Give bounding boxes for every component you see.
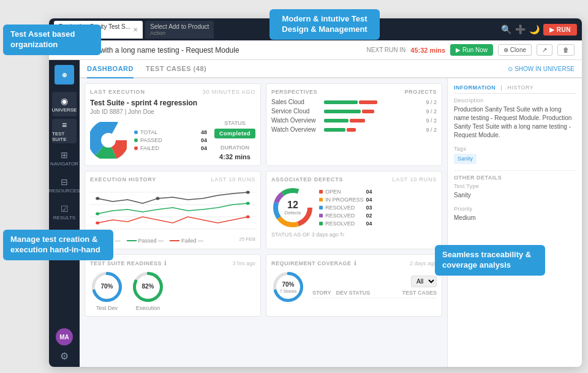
persp-row-1: Service Cloud 9 / 2: [271, 108, 437, 115]
sidebar-item-navigator[interactable]: ⊞ NAVIGATOR: [52, 146, 77, 170]
clone-button[interactable]: ⊕ Clone: [498, 44, 532, 56]
sidebar-gear-icon[interactable]: ⚙: [60, 350, 69, 362]
sidebar-item-universe[interactable]: ◉ UNIVERSE: [52, 92, 77, 116]
run-button[interactable]: ▶ RUN: [543, 24, 577, 36]
moon-icon[interactable]: 🌙: [529, 24, 540, 34]
svg-point-8: [96, 197, 99, 200]
sidebar-item-results[interactable]: ☑ RESULTS: [52, 200, 77, 224]
top-row: LAST EXECUTION 30 minutes ago Test Suite…: [85, 83, 442, 166]
readiness-card: TEST SUITE READINESS ℹ 3 hrs ago: [85, 254, 261, 317]
persp-name-1: Service Cloud: [271, 108, 320, 115]
add-icon[interactable]: ➕: [515, 24, 526, 34]
coverage-time: 2 days ago: [410, 260, 437, 266]
sidebar-item-resources[interactable]: ⊟ RESOURCES: [52, 173, 77, 197]
description-field: Description Production Sanity Test Suite…: [454, 97, 576, 140]
defect-name-0: OPEN: [325, 189, 364, 195]
readiness-title-group: TEST SUITE READINESS ℹ: [90, 260, 167, 266]
svg-point-14: [246, 216, 250, 219]
delete-button[interactable]: 🗑: [557, 44, 575, 56]
persp-count-1: 9 / 2: [421, 108, 437, 115]
app-container: Production Sanity Test S... Test Suite ✕…: [49, 18, 582, 367]
priority-value: Medium: [454, 214, 576, 222]
sidebar-label-navigator: NAVIGATOR: [50, 161, 78, 167]
defect-val-3: 02: [366, 213, 372, 219]
tab-testcases[interactable]: TEST CASES (48): [146, 60, 206, 78]
readiness-circle-1: 82%: [131, 270, 165, 304]
search-icon[interactable]: 🔍: [501, 24, 511, 34]
defect-val-0: 04: [366, 189, 372, 195]
persp-count-3: 9 / 2: [421, 127, 437, 133]
persp-row-3: Watch Overview 9 / 2: [271, 126, 437, 133]
logo-icon: ⊕: [62, 72, 67, 78]
share-button[interactable]: ↗: [537, 44, 552, 56]
stat-failed: FAILED 04: [134, 145, 207, 151]
refresh-icon[interactable]: ↻: [340, 232, 345, 238]
total-label: TOTAL: [140, 129, 192, 135]
results-icon: ☑: [61, 204, 69, 214]
coverage-table-area: All STORY DEV STATUS TEST CASES: [312, 276, 437, 298]
status-badge: Completed: [214, 129, 255, 138]
persp-bars-3: [324, 128, 418, 132]
exec-subtitle: Job ID 8887 | John Doe: [90, 108, 255, 115]
defects-runs: Last 10 runs: [393, 176, 437, 183]
last-execution-label: LAST EXECUTION: [90, 89, 145, 95]
other-details-header: OTHER DETAILS: [454, 170, 576, 181]
exec-stats: TOTAL 48 PASSED 04: [134, 129, 207, 151]
col-devstatus: DEV STATUS: [336, 290, 398, 296]
description-value: Production Sanity Test Suite with a long…: [454, 105, 576, 140]
tag-sanity: Sanity: [454, 154, 477, 164]
tab-production-sanity[interactable]: Production Sanity Test S... Test Suite ✕: [54, 21, 143, 39]
status-as-of-label: STATUS AS OF: [271, 232, 310, 238]
readiness-label-1: Execution: [136, 305, 160, 311]
coverage-info-icon[interactable]: ℹ: [354, 260, 356, 266]
defects-label: ASSOCIATED DEFECTS: [271, 176, 343, 183]
defect-name-1: IN PROGRESS: [325, 197, 364, 203]
readiness-stat-0: 70% Test Dev: [90, 270, 124, 311]
exec-status: STATUS Completed DURATION 4:32 mins: [214, 120, 255, 160]
persp-name-0: Sales Cloud: [271, 99, 320, 105]
coverage-title-group: REQUIREMENT COVERAGE ℹ: [271, 260, 356, 266]
main-layout: ⊕ ◉ UNIVERSE ≡ TEST SUITE ⊞ NAVIGATOR ⊟ …: [49, 60, 582, 367]
test-type-value: Sanity: [454, 191, 576, 200]
tab-sublabel-1: Test Suite: [59, 30, 130, 36]
sidebar-logo[interactable]: ⊕: [55, 65, 74, 85]
defects-card: ASSOCIATED DEFECTS Last 10 runs: [266, 171, 442, 249]
defect-dot-3: [319, 214, 323, 217]
defect-row-0: OPEN 04: [319, 189, 372, 195]
defect-row-3: RESOLVED 02: [319, 213, 372, 219]
history-label: EXECUTION HISTORY: [90, 176, 156, 183]
lower-row: EXECUTION HISTORY Last 10 runs: [85, 171, 442, 249]
navigator-icon: ⊞: [61, 150, 68, 160]
tab-label-2: Select Add to Product: [150, 23, 209, 30]
sidebar-avatar[interactable]: MA: [56, 328, 73, 345]
tab-dashboard[interactable]: DASHBOARD: [87, 60, 134, 78]
history-chart-area: 25 FEB: [90, 186, 255, 235]
sidebar-item-testsuite[interactable]: ≡ TEST SUITE: [52, 119, 77, 143]
defect-donut-chart: 12 Defects: [271, 186, 314, 229]
tab-close-1[interactable]: ✕: [133, 26, 138, 33]
passed-label: PASSED: [140, 137, 192, 143]
persp-name-3: Watch Overview: [271, 126, 320, 133]
readiness-info-icon[interactable]: ℹ: [164, 260, 167, 266]
defect-row-1: IN PROGRESS 04: [319, 197, 372, 203]
tab-select-add[interactable]: Select Add to Product Action: [145, 21, 214, 39]
exec-title: Test Suite - sprint 4 regression: [90, 99, 255, 107]
history-header-label: HISTORY: [507, 85, 533, 91]
show-universe-button[interactable]: ⊙ SHOW IN UNIVERSE: [508, 66, 575, 72]
persp-bar-red-2: [350, 119, 365, 122]
passed-value: 04: [195, 137, 207, 143]
info-header: INFORMATION: [454, 85, 496, 91]
sidebar-label-results: RESULTS: [53, 215, 75, 220]
coverage-filter-select[interactable]: All: [411, 276, 437, 287]
svg-text:82%: 82%: [141, 283, 154, 290]
run-now-button[interactable]: ▶ Run Now: [450, 44, 493, 56]
failed-value: 04: [195, 145, 207, 151]
persp-bars-0: [324, 100, 418, 104]
svg-point-12: [246, 202, 250, 205]
subtitle-bar: ity Test Suite with a long name testing …: [49, 40, 582, 60]
persp-name-2: Watch Overview: [271, 117, 320, 124]
svg-point-11: [96, 213, 99, 216]
persp-bar-green-3: [324, 128, 345, 132]
resources-icon: ⊟: [61, 177, 68, 187]
defect-row-4: RESOLVED 04: [319, 220, 372, 227]
